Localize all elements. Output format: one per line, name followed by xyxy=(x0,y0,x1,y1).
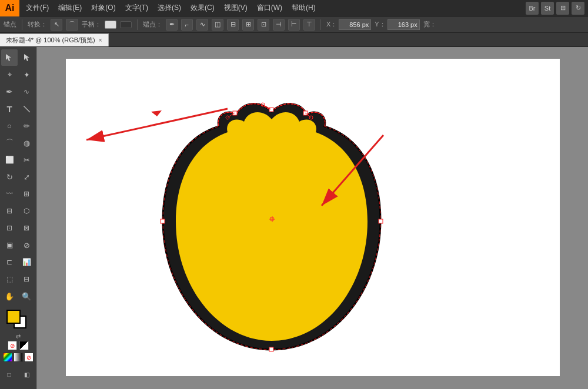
tool-row-15: ✋ 🔍 xyxy=(1,288,35,304)
live-paint-tool[interactable]: ⬡ xyxy=(18,203,35,219)
slice-tool[interactable]: ⊟ xyxy=(18,271,35,287)
column-graph-tool[interactable]: 📊 xyxy=(18,254,35,270)
shape-builder-tool[interactable]: ⊟ xyxy=(1,203,18,219)
perspective-tool[interactable]: ⊡ xyxy=(1,220,18,236)
title-icons: Br St ⊞ ↻ xyxy=(526,2,588,15)
blob-brush-tool[interactable]: ◍ xyxy=(18,135,35,151)
gradient-swatch[interactable] xyxy=(14,353,23,362)
anchor-dist2[interactable]: ⊢ xyxy=(288,19,300,31)
app-logo: Ai xyxy=(0,0,19,16)
anchor2-label: 端点： xyxy=(143,20,162,29)
menu-object[interactable]: 对象(O) xyxy=(87,2,119,14)
bridge-icon[interactable]: Br xyxy=(526,2,539,15)
default-colors-btn[interactable] xyxy=(19,341,29,350)
x-input[interactable] xyxy=(339,19,371,30)
magic-wand-tool[interactable]: ✦ xyxy=(18,66,35,83)
tool-row-10: ⊟ ⬡ xyxy=(1,203,35,219)
warp-tool[interactable]: 〰 xyxy=(1,186,18,202)
rotate-tool[interactable]: ↻ xyxy=(1,169,18,185)
fill-swatch[interactable] xyxy=(6,310,21,324)
draw-behind-btn[interactable]: ◧ xyxy=(19,366,35,383)
selection-tool[interactable] xyxy=(1,49,18,66)
handle-shape[interactable] xyxy=(120,21,132,28)
y-label: Y： xyxy=(375,20,385,29)
tab-bar: 未标题-4* @ 100% (RGB/预览) × xyxy=(0,33,588,47)
scale-tool[interactable]: ⤢ xyxy=(18,169,35,185)
y-coord: Y： xyxy=(375,19,419,30)
zoom-tool[interactable]: 🔍 xyxy=(18,288,35,304)
lasso-tool[interactable]: ⌖ xyxy=(1,66,18,83)
scissors-tool[interactable]: ✂ xyxy=(18,152,35,168)
menu-text[interactable]: 文字(T) xyxy=(121,2,152,14)
sep3 xyxy=(320,19,321,30)
anchor-dist3[interactable]: ⊤ xyxy=(303,19,315,31)
tab-close-btn[interactable]: × xyxy=(99,37,102,43)
pencil-tool[interactable]: ✏ xyxy=(18,118,35,134)
menu-view[interactable]: 视图(V) xyxy=(220,2,252,14)
swap-colors-btn[interactable]: ⇄ xyxy=(16,333,21,340)
anchor-pen[interactable]: ✒ xyxy=(166,19,178,31)
anchor-align1[interactable]: ◫ xyxy=(212,19,223,31)
screen-mode-btn[interactable]: ⬛ xyxy=(10,384,26,389)
menu-help[interactable]: 帮助(H) xyxy=(288,2,320,14)
tool-row-6: ⌒ ◍ xyxy=(1,135,35,151)
tool-row-8: ↻ ⤢ xyxy=(1,169,35,185)
anchor-dist1[interactable]: ⊣ xyxy=(273,19,285,31)
y-input[interactable] xyxy=(387,19,420,30)
tool-row-12: ▣ ⊘ xyxy=(1,237,35,253)
toolbar: 锚点 转换： ↖ ⌒ 手柄： 端点： ✒ ⌐ ∿ ◫ ⊟ ⊞ ⊡ ⊣ ⊢ ⊤ X… xyxy=(0,16,588,33)
anchor-align3[interactable]: ⊞ xyxy=(242,19,254,31)
ellipse-tool[interactable]: ○ xyxy=(1,118,18,134)
title-bar: Ai 文件(F) 编辑(E) 对象(O) 文字(T) 选择(S) 效果(C) 视… xyxy=(0,0,588,16)
anchor-smooth[interactable]: ∿ xyxy=(196,19,208,31)
main-area: ⌖ ✦ ✒ ∿ T | ○ ✏ ⌒ ◍ ⬜ ✂ ↻ xyxy=(0,47,588,389)
left-toolbar: ⌖ ✦ ✒ ∿ T | ○ ✏ ⌒ ◍ ⬜ ✂ ↻ xyxy=(0,47,36,389)
artboard-tool[interactable]: ⬚ xyxy=(1,271,18,287)
eyedropper-tool[interactable]: ⊘ xyxy=(18,237,35,253)
anchor-label: 锚点 xyxy=(4,20,16,29)
menu-file[interactable]: 文件(F) xyxy=(22,2,53,14)
menu-effect[interactable]: 效果(C) xyxy=(186,2,219,14)
x-coord: X： xyxy=(326,19,371,30)
transform-btn1[interactable]: ↖ xyxy=(51,19,62,31)
blend-tool[interactable]: ⊏ xyxy=(1,254,18,270)
transform-btn2[interactable]: ⌒ xyxy=(66,19,78,31)
x-label: X： xyxy=(326,20,337,29)
tool-row-11: ⊡ ⊠ xyxy=(1,220,35,236)
menu-bar: 文件(F) 编辑(E) 对象(O) 文字(T) 选择(S) 效果(C) 视图(V… xyxy=(19,0,322,16)
grid-icon[interactable]: ⊞ xyxy=(556,2,569,15)
direct-selection-tool[interactable] xyxy=(18,49,35,66)
handle-color[interactable] xyxy=(105,21,116,29)
pen-tool[interactable]: ✒ xyxy=(1,83,18,100)
sync-icon[interactable]: ↻ xyxy=(572,2,584,15)
anchor-align4[interactable]: ⊡ xyxy=(258,19,269,31)
hand-tool[interactable]: ✋ xyxy=(1,288,18,304)
tool-row-2: ⌖ ✦ xyxy=(1,66,35,83)
tool-row-9: 〰 ⊞ xyxy=(1,186,35,202)
active-tab[interactable]: 未标题-4* @ 100% (RGB/预览) × xyxy=(0,33,109,46)
draw-normal-btn[interactable]: □ xyxy=(1,366,18,383)
mesh-tool[interactable]: ⊠ xyxy=(18,220,35,236)
svg-rect-2 xyxy=(269,108,273,112)
line-tool[interactable]: | xyxy=(15,97,36,120)
menu-edit[interactable]: 编辑(E) xyxy=(54,2,86,14)
anchor-align2[interactable]: ⊟ xyxy=(227,19,239,31)
none-swatch2[interactable]: ⊘ xyxy=(24,353,34,362)
menu-select[interactable]: 选择(S) xyxy=(153,2,185,14)
sep2 xyxy=(137,19,138,30)
gradient-tool[interactable]: ▣ xyxy=(1,237,18,253)
paintbrush-tool[interactable]: ⌒ xyxy=(1,135,18,151)
fruit-shape xyxy=(145,79,398,373)
free-transform-tool[interactable]: ⊞ xyxy=(18,186,35,202)
menu-window[interactable]: 窗口(W) xyxy=(253,2,286,14)
stock-icon[interactable]: St xyxy=(541,2,554,15)
eraser-tool[interactable]: ⬜ xyxy=(1,152,18,168)
anchor-corner[interactable]: ⌐ xyxy=(181,19,193,31)
tool-row-3: ✒ ∿ xyxy=(1,83,35,100)
canvas-area[interactable] xyxy=(36,47,588,389)
tab-title: 未标题-4* @ 100% (RGB/预览) xyxy=(6,36,95,45)
tool-row-7: ⬜ ✂ xyxy=(1,152,35,168)
none-swatch[interactable]: ⊘ xyxy=(8,341,17,350)
color-mode-btn[interactable] xyxy=(3,353,12,362)
fill-stroke-selector xyxy=(6,310,30,332)
